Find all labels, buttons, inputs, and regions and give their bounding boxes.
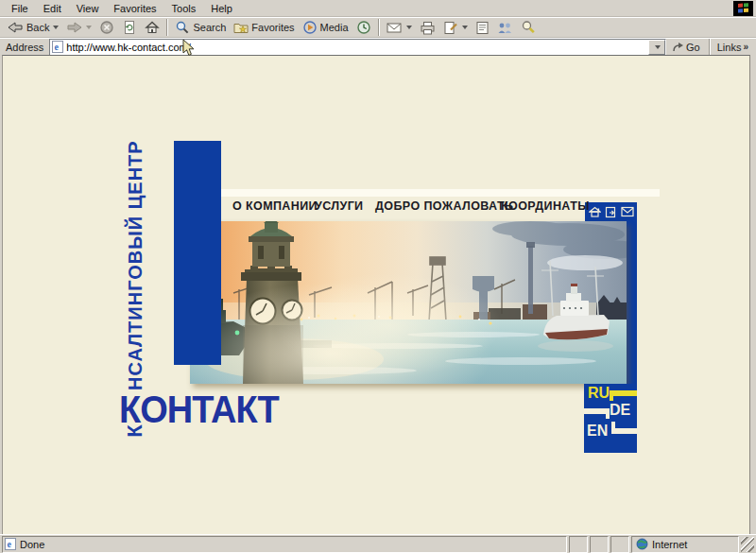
links-chevron-icon: » (743, 42, 748, 52)
menu-bar: File Edit View Favorites Tools Help (0, 0, 756, 17)
mail-icon (387, 22, 403, 34)
favorites-label: Favorites (251, 22, 294, 33)
nav-services[interactable]: УСЛУГИ (315, 199, 364, 213)
lang-de-bar-tick (606, 408, 610, 419)
lang-de[interactable]: DE (610, 403, 630, 418)
favorites-button[interactable]: Favorites (230, 18, 298, 37)
harbor-photo (190, 221, 627, 384)
back-button[interactable]: Back (4, 18, 62, 37)
menu-view[interactable]: View (69, 1, 107, 16)
go-button[interactable]: Go (666, 39, 706, 56)
menu-favorites[interactable]: Favorites (106, 1, 163, 16)
main-navigation: О КОМПАНИИ УСЛУГИ ДОБРО ПОЖАЛОВАТЬ КООРД… (3, 199, 749, 218)
status-message-pane: e Done (2, 536, 567, 553)
sitemap-icon[interactable] (605, 206, 617, 218)
forward-button[interactable] (62, 18, 95, 37)
addressbar-separator (709, 39, 711, 56)
lang-en-bar-tick (611, 422, 615, 434)
edit-button[interactable] (439, 18, 472, 37)
media-icon (302, 20, 318, 35)
messenger-button[interactable] (493, 18, 517, 37)
go-arrow-icon (672, 42, 684, 53)
discuss-icon (475, 21, 490, 35)
status-pane (610, 536, 629, 553)
lang-ru[interactable]: RU (588, 386, 610, 401)
address-dropdown-caret-icon (655, 45, 661, 49)
favorites-icon (233, 20, 249, 35)
quick-icons (589, 206, 636, 219)
forward-arrow-icon (66, 21, 82, 34)
site-logo-kontakt: КОНТАКТ (119, 389, 279, 432)
refresh-button[interactable] (118, 18, 141, 37)
blue-accent-bar (174, 141, 221, 365)
links-button[interactable]: Links » (713, 39, 752, 56)
address-input[interactable] (66, 41, 645, 54)
lang-en[interactable]: EN (587, 423, 608, 439)
messenger-icon (497, 22, 513, 34)
stop-icon (99, 20, 114, 35)
resize-grip[interactable] (741, 537, 754, 552)
stop-button[interactable] (95, 18, 118, 37)
zone-text: Internet (652, 539, 687, 550)
forward-caret-icon[interactable] (86, 26, 92, 29)
mail-icon[interactable] (621, 206, 634, 217)
back-label: Back (26, 22, 49, 33)
status-bar: e Done Internet (0, 534, 756, 553)
print-button[interactable] (416, 18, 439, 37)
menu-edit[interactable]: Edit (36, 1, 69, 16)
address-bar: Address e Go Links » (0, 38, 756, 55)
page-ie-icon: e (5, 538, 16, 550)
menu-help[interactable]: Help (203, 1, 240, 16)
toolbar-separator (166, 19, 168, 36)
mail-caret-icon[interactable] (406, 26, 412, 29)
search-label: Search (193, 22, 226, 33)
lang-en-bar (611, 428, 637, 434)
media-label: Media (320, 22, 349, 33)
toolbar-separator (378, 19, 380, 36)
page-ie-icon: e (52, 41, 63, 53)
links-label: Links (717, 42, 742, 53)
address-field: e (49, 39, 666, 56)
address-label: Address (4, 42, 49, 53)
status-pane (590, 536, 609, 553)
home-icon (145, 20, 160, 35)
vertical-brand-text: НСАЛТИНГОВЫЙ ЦЕНТР (123, 154, 147, 390)
mail-button[interactable] (383, 18, 416, 37)
print-icon (420, 21, 436, 35)
back-caret-icon[interactable] (53, 26, 59, 29)
svg-text:e: e (7, 539, 11, 549)
history-button[interactable] (352, 18, 375, 37)
nav-white-strip (221, 189, 660, 197)
svg-text:e: e (55, 42, 60, 52)
internet-globe-icon (636, 538, 648, 550)
menu-file[interactable]: File (4, 1, 36, 16)
back-arrow-icon (8, 21, 24, 34)
go-label: Go (686, 42, 700, 53)
media-button[interactable]: Media (299, 18, 352, 37)
browser-window: File Edit View Favorites Tools Help Back (0, 0, 756, 553)
home-button[interactable] (141, 18, 163, 37)
search-button[interactable]: Search (171, 18, 230, 37)
ie-throbber-windows-logo-icon (733, 1, 753, 16)
nav-coordinates[interactable]: КООРДИНАТЫ (501, 199, 590, 213)
nav-welcome[interactable]: ДОБРО ПОЖАЛОВАТЬ (375, 199, 513, 213)
address-dropdown-button[interactable] (648, 40, 665, 55)
page-content: О КОМПАНИИ УСЛУГИ ДОБРО ПОЖАЛОВАТЬ КООРД… (2, 55, 750, 535)
history-icon (356, 20, 371, 35)
research-button[interactable] (517, 18, 540, 37)
search-icon (175, 20, 190, 35)
home-icon[interactable] (589, 206, 601, 218)
edit-icon (443, 21, 458, 35)
standard-toolbar: Back (0, 17, 756, 38)
discuss-button[interactable] (472, 18, 493, 37)
nav-about-company[interactable]: О КОМПАНИИ (232, 199, 318, 213)
security-zone-pane: Internet (631, 536, 739, 553)
status-pane (569, 536, 588, 553)
magnifier-yellow-icon (521, 20, 536, 35)
refresh-icon (122, 20, 137, 35)
menu-tools[interactable]: Tools (164, 1, 204, 16)
status-text: Done (20, 539, 44, 550)
language-switcher: RU DE EN (584, 384, 637, 453)
edit-caret-icon[interactable] (462, 26, 468, 29)
lang-ru-bar-tick (610, 390, 613, 401)
